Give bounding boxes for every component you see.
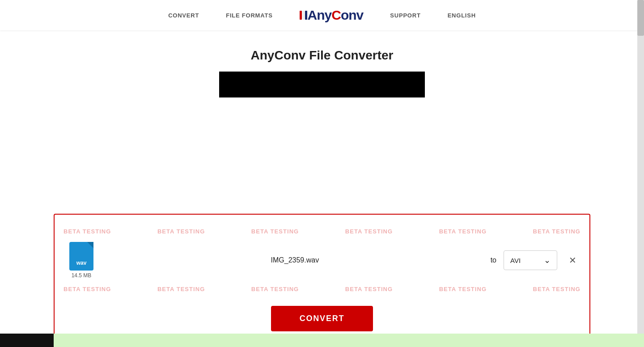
navbar: CONVERT FILE FORMATS AnyConv SUPPORT ENG… xyxy=(0,0,644,30)
scrollbar-thumb[interactable] xyxy=(637,0,644,36)
nav-file-formats[interactable]: FILE FORMATS xyxy=(226,12,272,19)
flag-red-stripe xyxy=(300,11,302,20)
file-icon-wrap: wav 14.5 MB xyxy=(64,242,99,279)
ad-banner xyxy=(219,72,425,97)
bottom-bar xyxy=(0,334,644,347)
filename-label: IMG_2359.wav xyxy=(106,256,483,264)
format-value: AVI xyxy=(510,257,521,264)
beta-3: BETA TESTING xyxy=(251,228,299,235)
file-icon: wav xyxy=(69,242,93,271)
main-content: AnyConv File Converter BETA TESTING BETA… xyxy=(0,30,644,346)
converter-row: wav 14.5 MB IMG_2359.wav to AVI ⌄ ✕ xyxy=(64,238,580,282)
bottom-bar-light xyxy=(54,334,644,347)
logo[interactable]: AnyConv xyxy=(300,8,364,22)
beta-b-4: BETA TESTING xyxy=(345,286,393,292)
clear-button[interactable]: ✕ xyxy=(564,252,580,268)
to-label: to xyxy=(491,256,496,264)
flag-white-stripe xyxy=(302,11,305,20)
beta-4: BETA TESTING xyxy=(345,228,393,235)
scrollbar xyxy=(637,0,644,347)
beta-b-1: BETA TESTING xyxy=(64,286,111,292)
nav-convert[interactable]: CONVERT xyxy=(168,12,199,19)
beta-b-5: BETA TESTING xyxy=(439,286,487,292)
beta-row-top: BETA TESTING BETA TESTING BETA TESTING B… xyxy=(64,228,580,235)
logo-onv: onv xyxy=(341,8,363,22)
logo-flag xyxy=(300,11,307,20)
bottom-bar-dark xyxy=(0,334,54,347)
content-area xyxy=(0,97,644,214)
converter-box: BETA TESTING BETA TESTING BETA TESTING B… xyxy=(54,214,590,346)
flag-blue-stripe xyxy=(305,11,307,20)
page-title: AnyConv File Converter xyxy=(0,48,644,63)
beta-b-3: BETA TESTING xyxy=(251,286,299,292)
chevron-down-icon: ⌄ xyxy=(544,255,551,265)
beta-1: BETA TESTING xyxy=(64,228,111,235)
beta-row-bottom: BETA TESTING BETA TESTING BETA TESTING B… xyxy=(64,286,580,292)
beta-2: BETA TESTING xyxy=(157,228,205,235)
beta-5: BETA TESTING xyxy=(439,228,487,235)
beta-b-2: BETA TESTING xyxy=(157,286,205,292)
beta-b-6: BETA TESTING xyxy=(533,286,580,292)
beta-6: BETA TESTING xyxy=(533,228,580,235)
convert-button[interactable]: CONVERT xyxy=(271,306,373,331)
file-size: 14.5 MB xyxy=(72,272,92,279)
nav-english[interactable]: ENGLISH xyxy=(448,12,476,19)
file-extension: wav xyxy=(76,260,87,266)
logo-any: Any xyxy=(308,8,332,22)
logo-text: AnyConv xyxy=(308,8,364,22)
logo-c-red: C xyxy=(331,8,341,22)
convert-btn-wrap: CONVERT xyxy=(64,306,580,331)
format-dropdown[interactable]: AVI ⌄ xyxy=(504,250,557,270)
nav-support[interactable]: SUPPORT xyxy=(390,12,420,19)
